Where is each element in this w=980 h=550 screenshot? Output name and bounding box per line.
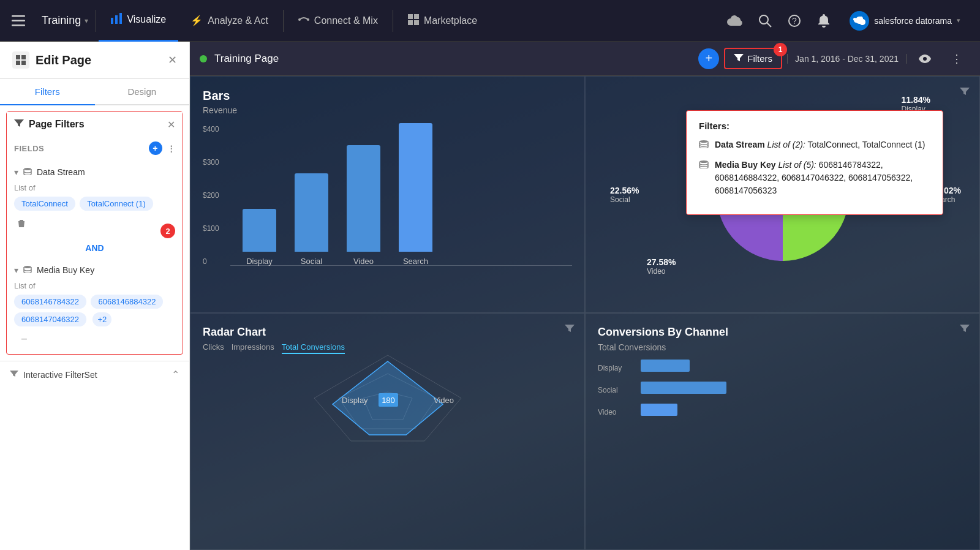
y-label-300: $300: [203, 158, 227, 167]
tag-more-button[interactable]: +2: [92, 312, 111, 326]
svg-rect-0: [12, 15, 25, 17]
media-buy-key-header[interactable]: ▾ Media Buy Key: [14, 263, 175, 277]
connect-icon: [298, 15, 309, 27]
date-range: Jan 1, 2016 - Dec 31, 2021: [787, 54, 907, 64]
bars-widget-title: Bars: [203, 89, 572, 103]
cloud-icon-btn[interactable]: [722, 7, 749, 34]
y-label-100: $100: [203, 224, 227, 233]
salesforce-icon: [850, 11, 869, 31]
pie-video-label: Video: [647, 267, 676, 276]
tooltip-row-data-stream: Data Stream List of (2): TotalConnect, T…: [699, 138, 930, 151]
nav-item-marketplace[interactable]: Marketplace: [396, 0, 489, 42]
filters-tooltip-title: Filters:: [699, 121, 930, 131]
dash-row: –: [14, 328, 175, 349]
radar-svg: Display Video 180: [302, 349, 473, 447]
page-filters-close-button[interactable]: ✕: [167, 119, 175, 130]
tab-filters[interactable]: Filters: [0, 79, 95, 105]
help-icon-btn[interactable]: ?: [781, 7, 808, 34]
bars-widget: Bars Revenue $400 $300 $200 $100 0: [190, 76, 585, 313]
svg-rect-16: [16, 55, 20, 59]
fields-more-button[interactable]: ⋮: [167, 144, 176, 153]
radar-chart: Display Video 180: [203, 361, 572, 435]
tag-totalconnect-1[interactable]: TotalConnect (1): [80, 197, 153, 211]
svg-text:Display: Display: [342, 396, 368, 405]
page-filters-title: Page Filters: [29, 119, 167, 130]
nav-separator3: [393, 10, 393, 32]
visualize-icon: [111, 13, 122, 26]
svg-text:?: ?: [792, 16, 797, 26]
filters-icon: [734, 53, 744, 64]
tag-6068146884322[interactable]: 6068146884322: [91, 295, 163, 309]
visibility-button[interactable]: [911, 45, 938, 72]
data-stream-delete-button[interactable]: [14, 216, 29, 233]
interactive-filterset-chevron-icon[interactable]: ⌃: [172, 369, 179, 380]
bar-search: Search: [399, 123, 432, 266]
svg-point-21: [24, 266, 31, 268]
brand-label: Training: [42, 14, 81, 27]
nav-item-visualize[interactable]: Visualize: [99, 0, 178, 42]
nav-visualize-label: Visualize: [127, 14, 166, 25]
svg-point-32: [699, 160, 708, 163]
media-buy-tags: 6068146784322 6068146884322 606814704632…: [14, 293, 175, 328]
nav-item-analyze[interactable]: ⚡ Analyze & Act: [178, 0, 281, 42]
data-stream-list-label: List of: [14, 179, 175, 195]
nav-item-connect[interactable]: Connect & Mix: [286, 0, 390, 42]
conv-row-video: Video: [598, 404, 967, 421]
add-field-button[interactable]: +: [149, 141, 162, 155]
tab-impressions[interactable]: Impressions: [232, 342, 274, 354]
media-buy-db-icon: [23, 265, 32, 275]
bar-search-label: Search: [403, 257, 428, 266]
analyze-icon: ⚡: [190, 15, 203, 26]
edit-page-icon: [12, 51, 29, 69]
svg-rect-11: [414, 20, 419, 25]
svg-rect-1: [12, 20, 25, 21]
more-options-button[interactable]: ⋮: [943, 45, 970, 72]
svg-point-22: [923, 57, 927, 61]
svg-rect-8: [408, 14, 413, 19]
and-label: AND: [7, 238, 183, 258]
bar-display-label: Display: [246, 257, 273, 266]
svg-point-7: [307, 18, 309, 21]
tag-6068146784322[interactable]: 6068146784322: [14, 295, 86, 309]
svg-text:Video: Video: [434, 396, 454, 405]
salesforce-logo[interactable]: salesforce datorama ▾: [840, 11, 970, 31]
nav-right: ? salesforce datorama ▾: [722, 7, 980, 34]
data-stream-header[interactable]: ▾ Data Stream: [14, 165, 175, 179]
brand-name[interactable]: Training ▾: [37, 14, 93, 27]
conv-label-video: Video: [598, 408, 635, 416]
bars-chart: $400 $300 $200 $100 0 Display: [203, 125, 572, 284]
pie-social-pct: 22.56%: [610, 186, 639, 195]
bell-icon-btn[interactable]: [810, 7, 837, 34]
svg-text:180: 180: [382, 396, 395, 405]
search-icon-btn[interactable]: [752, 7, 778, 34]
svg-rect-5: [119, 13, 122, 24]
nav-items: Visualize ⚡ Analyze & Act Connect & Mix …: [99, 0, 722, 42]
svg-rect-2: [12, 24, 25, 26]
bar-social-rect: [295, 173, 328, 252]
filters-button[interactable]: Filters 1: [724, 48, 782, 69]
conv-label-display: Display: [598, 364, 635, 372]
tag-6068147046322[interactable]: 6068147046322: [14, 312, 86, 326]
nav-connect-label: Connect & Mix: [314, 15, 378, 26]
filters-badge: 1: [774, 43, 787, 56]
conversions-widget: Conversions By Channel Total Conversions…: [585, 313, 980, 550]
tag-totalconnect[interactable]: TotalConnect: [14, 197, 75, 211]
pie-label-social: 22.56% Social: [610, 186, 639, 204]
media-buy-key-group: ▾ Media Buy Key List of 6068146784322 60…: [7, 258, 183, 354]
tooltip-data-stream-icon: [699, 140, 709, 151]
fields-add-area: + ⋮: [149, 141, 176, 155]
bar-video-rect: [347, 145, 380, 252]
hamburger-button[interactable]: [0, 15, 37, 26]
tab-design[interactable]: Design: [95, 79, 190, 104]
add-widget-button[interactable]: +: [698, 48, 719, 69]
bar-search-rect: [399, 123, 432, 252]
bar-social-label: Social: [301, 257, 322, 266]
dash-label: –: [14, 331, 34, 346]
brand-logo-label: salesforce datorama: [874, 16, 952, 26]
bar-display-rect: [243, 209, 276, 252]
sidebar-close-button[interactable]: ✕: [168, 53, 177, 67]
page-name-label: Training Page: [214, 53, 279, 65]
fields-header: FIELDS + ⋮: [7, 137, 183, 160]
tab-clicks[interactable]: Clicks: [203, 342, 224, 354]
svg-point-31: [699, 140, 708, 143]
